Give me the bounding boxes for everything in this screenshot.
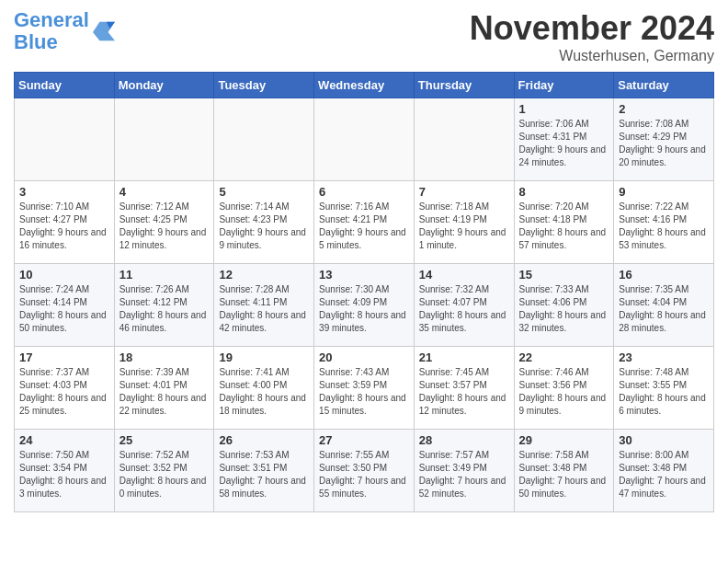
header: General Blue November 2024 Wusterhusen, …: [14, 9, 714, 64]
day-number: 8: [519, 185, 609, 199]
day-info: Sunrise: 7:37 AM Sunset: 4:03 PM Dayligh…: [19, 366, 109, 418]
day-info: Sunrise: 7:43 AM Sunset: 3:59 PM Dayligh…: [319, 366, 409, 418]
col-header-wednesday: Wednesday: [314, 73, 415, 98]
day-info: Sunrise: 7:12 AM Sunset: 4:25 PM Dayligh…: [119, 201, 210, 252]
day-info: Sunrise: 7:57 AM Sunset: 3:49 PM Dayligh…: [419, 449, 509, 500]
calendar-cell: 19Sunrise: 7:41 AM Sunset: 4:00 PM Dayli…: [214, 347, 314, 430]
day-number: 29: [519, 433, 609, 447]
calendar-cell: 8Sunrise: 7:20 AM Sunset: 4:18 PM Daylig…: [514, 181, 614, 264]
day-info: Sunrise: 7:14 AM Sunset: 4:23 PM Dayligh…: [219, 201, 309, 252]
day-number: 25: [119, 433, 210, 447]
col-header-thursday: Thursday: [414, 73, 514, 98]
day-number: 6: [319, 185, 409, 199]
day-number: 20: [319, 350, 409, 364]
day-info: Sunrise: 7:10 AM Sunset: 4:27 PM Dayligh…: [19, 201, 109, 252]
calendar-week-2: 3Sunrise: 7:10 AM Sunset: 4:27 PM Daylig…: [15, 181, 714, 264]
calendar-table: SundayMondayTuesdayWednesdayThursdayFrid…: [14, 72, 714, 512]
day-info: Sunrise: 7:28 AM Sunset: 4:11 PM Dayligh…: [219, 283, 309, 335]
day-number: 16: [619, 268, 709, 282]
day-number: 28: [419, 433, 509, 447]
calendar-cell: 15Sunrise: 7:33 AM Sunset: 4:06 PM Dayli…: [514, 264, 614, 347]
day-info: Sunrise: 7:55 AM Sunset: 3:50 PM Dayligh…: [319, 449, 409, 500]
calendar-cell: [15, 98, 115, 181]
calendar-week-4: 17Sunrise: 7:37 AM Sunset: 4:03 PM Dayli…: [15, 347, 714, 430]
calendar-cell: [114, 98, 214, 181]
calendar-cell: 16Sunrise: 7:35 AM Sunset: 4:04 PM Dayli…: [614, 264, 714, 347]
day-number: 2: [619, 102, 709, 116]
day-number: 9: [619, 185, 709, 199]
calendar-cell: 10Sunrise: 7:24 AM Sunset: 4:14 PM Dayli…: [15, 264, 115, 347]
day-info: Sunrise: 7:26 AM Sunset: 4:12 PM Dayligh…: [119, 283, 210, 335]
calendar-header-row: SundayMondayTuesdayWednesdayThursdayFrid…: [15, 73, 714, 98]
calendar-cell: 25Sunrise: 7:52 AM Sunset: 3:52 PM Dayli…: [114, 430, 214, 512]
day-info: Sunrise: 7:46 AM Sunset: 3:56 PM Dayligh…: [519, 366, 609, 418]
col-header-sunday: Sunday: [15, 73, 115, 98]
day-number: 3: [19, 185, 109, 199]
day-info: Sunrise: 7:22 AM Sunset: 4:16 PM Dayligh…: [619, 201, 709, 252]
day-info: Sunrise: 7:08 AM Sunset: 4:29 PM Dayligh…: [619, 118, 709, 169]
calendar-cell: 7Sunrise: 7:18 AM Sunset: 4:19 PM Daylig…: [414, 181, 514, 264]
calendar-cell: 27Sunrise: 7:55 AM Sunset: 3:50 PM Dayli…: [314, 430, 415, 512]
calendar-cell: 20Sunrise: 7:43 AM Sunset: 3:59 PM Dayli…: [314, 347, 415, 430]
calendar-cell: 2Sunrise: 7:08 AM Sunset: 4:29 PM Daylig…: [614, 98, 714, 181]
day-info: Sunrise: 7:53 AM Sunset: 3:51 PM Dayligh…: [219, 449, 309, 500]
calendar-cell: 1Sunrise: 7:06 AM Sunset: 4:31 PM Daylig…: [514, 98, 614, 181]
day-info: Sunrise: 7:33 AM Sunset: 4:06 PM Dayligh…: [519, 283, 609, 335]
day-number: 22: [519, 350, 609, 364]
calendar-cell: 6Sunrise: 7:16 AM Sunset: 4:21 PM Daylig…: [314, 181, 415, 264]
day-info: Sunrise: 7:58 AM Sunset: 3:48 PM Dayligh…: [519, 449, 609, 500]
day-number: 10: [19, 268, 109, 282]
day-number: 4: [119, 185, 210, 199]
day-info: Sunrise: 7:52 AM Sunset: 3:52 PM Dayligh…: [119, 449, 210, 500]
day-number: 12: [219, 268, 309, 282]
col-header-monday: Monday: [114, 73, 214, 98]
day-number: 14: [419, 268, 509, 282]
calendar-cell: 21Sunrise: 7:45 AM Sunset: 3:57 PM Dayli…: [414, 347, 514, 430]
day-info: Sunrise: 7:39 AM Sunset: 4:01 PM Dayligh…: [119, 366, 210, 418]
logo: General Blue: [14, 9, 117, 53]
day-info: Sunrise: 7:32 AM Sunset: 4:07 PM Dayligh…: [419, 283, 509, 335]
calendar-cell: 24Sunrise: 7:50 AM Sunset: 3:54 PM Dayli…: [15, 430, 115, 512]
calendar-cell: 12Sunrise: 7:28 AM Sunset: 4:11 PM Dayli…: [214, 264, 314, 347]
day-number: 30: [619, 433, 709, 447]
calendar-cell: 4Sunrise: 7:12 AM Sunset: 4:25 PM Daylig…: [114, 181, 214, 264]
day-info: Sunrise: 7:35 AM Sunset: 4:04 PM Dayligh…: [619, 283, 709, 335]
day-number: 11: [119, 268, 210, 282]
day-number: 26: [219, 433, 309, 447]
calendar-cell: 22Sunrise: 7:46 AM Sunset: 3:56 PM Dayli…: [514, 347, 614, 430]
calendar-cell: 17Sunrise: 7:37 AM Sunset: 4:03 PM Dayli…: [15, 347, 115, 430]
month-title: November 2024: [470, 9, 714, 48]
day-number: 24: [19, 433, 109, 447]
title-block: November 2024 Wusterhusen, Germany: [470, 9, 714, 64]
calendar-cell: 28Sunrise: 7:57 AM Sunset: 3:49 PM Dayli…: [414, 430, 514, 512]
day-number: 7: [419, 185, 509, 199]
calendar-week-3: 10Sunrise: 7:24 AM Sunset: 4:14 PM Dayli…: [15, 264, 714, 347]
day-number: 18: [119, 350, 210, 364]
calendar-week-1: 1Sunrise: 7:06 AM Sunset: 4:31 PM Daylig…: [15, 98, 714, 181]
calendar-cell: 23Sunrise: 7:48 AM Sunset: 3:55 PM Dayli…: [614, 347, 714, 430]
calendar-cell: 11Sunrise: 7:26 AM Sunset: 4:12 PM Dayli…: [114, 264, 214, 347]
day-info: Sunrise: 7:20 AM Sunset: 4:18 PM Dayligh…: [519, 201, 609, 252]
day-info: Sunrise: 8:00 AM Sunset: 3:48 PM Dayligh…: [619, 449, 709, 500]
calendar-cell: 30Sunrise: 8:00 AM Sunset: 3:48 PM Dayli…: [614, 430, 714, 512]
day-info: Sunrise: 7:41 AM Sunset: 4:00 PM Dayligh…: [219, 366, 309, 418]
logo-icon: [91, 20, 117, 42]
day-info: Sunrise: 7:16 AM Sunset: 4:21 PM Dayligh…: [319, 201, 409, 252]
page: General Blue November 2024 Wusterhusen, …: [0, 0, 728, 522]
calendar-cell: 3Sunrise: 7:10 AM Sunset: 4:27 PM Daylig…: [15, 181, 115, 264]
calendar-cell: [214, 98, 314, 181]
calendar-cell: 26Sunrise: 7:53 AM Sunset: 3:51 PM Dayli…: [214, 430, 314, 512]
day-info: Sunrise: 7:45 AM Sunset: 3:57 PM Dayligh…: [419, 366, 509, 418]
calendar-cell: 9Sunrise: 7:22 AM Sunset: 4:16 PM Daylig…: [614, 181, 714, 264]
day-info: Sunrise: 7:18 AM Sunset: 4:19 PM Dayligh…: [419, 201, 509, 252]
calendar-cell: [314, 98, 415, 181]
calendar-cell: 14Sunrise: 7:32 AM Sunset: 4:07 PM Dayli…: [414, 264, 514, 347]
location: Wusterhusen, Germany: [470, 48, 714, 64]
col-header-tuesday: Tuesday: [214, 73, 314, 98]
day-info: Sunrise: 7:50 AM Sunset: 3:54 PM Dayligh…: [19, 449, 109, 500]
calendar-cell: [414, 98, 514, 181]
day-number: 15: [519, 268, 609, 282]
day-number: 17: [19, 350, 109, 364]
day-number: 19: [219, 350, 309, 364]
calendar-cell: 13Sunrise: 7:30 AM Sunset: 4:09 PM Dayli…: [314, 264, 415, 347]
